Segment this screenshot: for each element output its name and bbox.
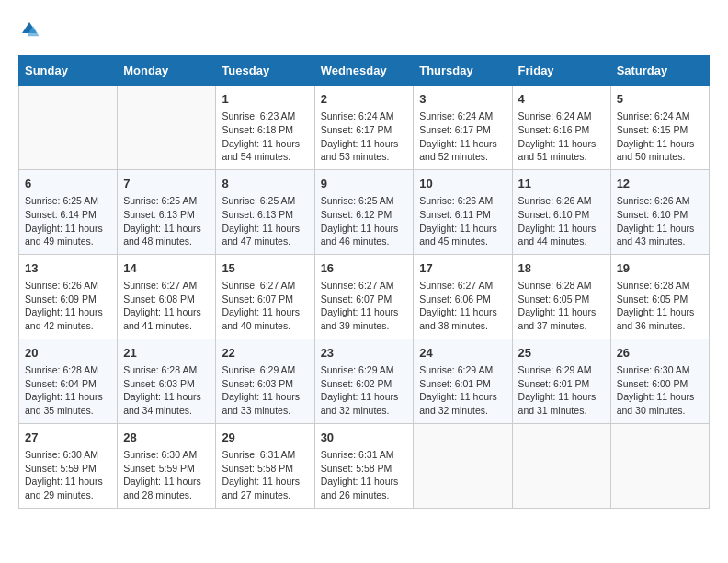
day-number: 28 xyxy=(123,430,210,446)
day-info: Sunrise: 6:26 AM Sunset: 6:11 PM Dayligh… xyxy=(419,194,506,248)
day-info: Sunrise: 6:31 AM Sunset: 5:58 PM Dayligh… xyxy=(321,448,408,502)
calendar-table: SundayMondayTuesdayWednesdayThursdayFrid… xyxy=(18,55,710,509)
calendar-cell: 1Sunrise: 6:23 AM Sunset: 6:18 PM Daylig… xyxy=(216,86,314,170)
day-number: 16 xyxy=(321,260,408,277)
calendar-cell: 4Sunrise: 6:24 AM Sunset: 6:16 PM Daylig… xyxy=(512,86,610,170)
calendar-cell: 26Sunrise: 6:30 AM Sunset: 6:00 PM Dayli… xyxy=(610,339,709,423)
calendar-cell xyxy=(414,423,512,508)
calendar-week-row: 27Sunrise: 6:30 AM Sunset: 5:59 PM Dayli… xyxy=(19,423,710,508)
day-info: Sunrise: 6:24 AM Sunset: 6:17 PM Dayligh… xyxy=(321,109,408,164)
calendar-cell: 5Sunrise: 6:24 AM Sunset: 6:15 PM Daylig… xyxy=(610,86,709,170)
day-number: 27 xyxy=(25,430,111,446)
calendar-cell: 2Sunrise: 6:24 AM Sunset: 6:17 PM Daylig… xyxy=(314,86,414,170)
calendar-cell: 7Sunrise: 6:25 AM Sunset: 6:13 PM Daylig… xyxy=(118,169,216,254)
calendar-cell: 13Sunrise: 6:26 AM Sunset: 6:09 PM Dayli… xyxy=(19,254,118,339)
day-info: Sunrise: 6:27 AM Sunset: 6:08 PM Dayligh… xyxy=(123,279,210,333)
column-header-friday: Friday xyxy=(512,56,610,86)
calendar-week-row: 13Sunrise: 6:26 AM Sunset: 6:09 PM Dayli… xyxy=(19,254,710,339)
day-number: 14 xyxy=(123,260,210,277)
day-number: 7 xyxy=(123,176,210,192)
page-header xyxy=(18,18,710,40)
day-number: 3 xyxy=(419,91,506,108)
day-number: 13 xyxy=(25,260,111,277)
day-info: Sunrise: 6:24 AM Sunset: 6:17 PM Dayligh… xyxy=(419,109,506,164)
day-info: Sunrise: 6:24 AM Sunset: 6:15 PM Dayligh… xyxy=(617,109,703,164)
calendar-cell: 11Sunrise: 6:26 AM Sunset: 6:10 PM Dayli… xyxy=(512,169,610,254)
column-header-saturday: Saturday xyxy=(610,56,709,86)
day-number: 10 xyxy=(419,176,506,192)
day-number: 1 xyxy=(222,91,308,108)
day-number: 6 xyxy=(25,176,111,192)
calendar-cell: 20Sunrise: 6:28 AM Sunset: 6:04 PM Dayli… xyxy=(19,339,118,423)
day-info: Sunrise: 6:29 AM Sunset: 6:03 PM Dayligh… xyxy=(222,363,308,418)
day-info: Sunrise: 6:24 AM Sunset: 6:16 PM Dayligh… xyxy=(518,109,605,164)
day-info: Sunrise: 6:25 AM Sunset: 6:14 PM Dayligh… xyxy=(25,194,111,248)
calendar-cell xyxy=(19,86,118,170)
column-header-sunday: Sunday xyxy=(19,56,118,86)
calendar-week-row: 1Sunrise: 6:23 AM Sunset: 6:18 PM Daylig… xyxy=(19,86,710,170)
calendar-cell xyxy=(118,86,216,170)
day-number: 12 xyxy=(617,176,703,192)
logo xyxy=(18,18,44,40)
calendar-cell: 10Sunrise: 6:26 AM Sunset: 6:11 PM Dayli… xyxy=(414,169,512,254)
day-info: Sunrise: 6:27 AM Sunset: 6:07 PM Dayligh… xyxy=(222,279,308,333)
calendar-cell: 14Sunrise: 6:27 AM Sunset: 6:08 PM Dayli… xyxy=(118,254,216,339)
day-info: Sunrise: 6:30 AM Sunset: 6:00 PM Dayligh… xyxy=(617,363,703,418)
day-info: Sunrise: 6:23 AM Sunset: 6:18 PM Dayligh… xyxy=(222,109,308,164)
day-info: Sunrise: 6:30 AM Sunset: 5:59 PM Dayligh… xyxy=(123,448,210,502)
day-info: Sunrise: 6:25 AM Sunset: 6:13 PM Dayligh… xyxy=(222,194,308,248)
calendar-cell: 25Sunrise: 6:29 AM Sunset: 6:01 PM Dayli… xyxy=(512,339,610,423)
calendar-cell xyxy=(512,423,610,508)
day-number: 15 xyxy=(222,260,308,277)
day-info: Sunrise: 6:26 AM Sunset: 6:09 PM Dayligh… xyxy=(25,279,111,333)
day-number: 17 xyxy=(419,260,506,277)
day-number: 29 xyxy=(222,430,308,446)
day-number: 19 xyxy=(617,260,703,277)
column-header-monday: Monday xyxy=(118,56,216,86)
day-info: Sunrise: 6:26 AM Sunset: 6:10 PM Dayligh… xyxy=(617,194,703,248)
calendar-cell: 18Sunrise: 6:28 AM Sunset: 6:05 PM Dayli… xyxy=(512,254,610,339)
calendar-week-row: 20Sunrise: 6:28 AM Sunset: 6:04 PM Dayli… xyxy=(19,339,710,423)
day-number: 21 xyxy=(123,345,210,362)
day-info: Sunrise: 6:28 AM Sunset: 6:03 PM Dayligh… xyxy=(123,363,210,418)
day-info: Sunrise: 6:29 AM Sunset: 6:01 PM Dayligh… xyxy=(419,363,506,418)
calendar-cell: 28Sunrise: 6:30 AM Sunset: 5:59 PM Dayli… xyxy=(118,423,216,508)
day-info: Sunrise: 6:27 AM Sunset: 6:06 PM Dayligh… xyxy=(419,279,506,333)
day-number: 4 xyxy=(518,91,605,108)
day-number: 24 xyxy=(419,345,506,362)
calendar-cell: 19Sunrise: 6:28 AM Sunset: 6:05 PM Dayli… xyxy=(610,254,709,339)
day-number: 2 xyxy=(321,91,408,108)
calendar-header-row: SundayMondayTuesdayWednesdayThursdayFrid… xyxy=(19,56,710,86)
day-info: Sunrise: 6:31 AM Sunset: 5:58 PM Dayligh… xyxy=(222,448,308,502)
calendar-cell: 8Sunrise: 6:25 AM Sunset: 6:13 PM Daylig… xyxy=(216,169,314,254)
day-number: 22 xyxy=(222,345,308,362)
day-info: Sunrise: 6:28 AM Sunset: 6:05 PM Dayligh… xyxy=(617,279,703,333)
day-number: 11 xyxy=(518,176,605,192)
calendar-week-row: 6Sunrise: 6:25 AM Sunset: 6:14 PM Daylig… xyxy=(19,169,710,254)
column-header-wednesday: Wednesday xyxy=(314,56,414,86)
day-number: 20 xyxy=(25,345,111,362)
day-info: Sunrise: 6:29 AM Sunset: 6:01 PM Dayligh… xyxy=(518,363,605,418)
day-info: Sunrise: 6:25 AM Sunset: 6:12 PM Dayligh… xyxy=(321,194,408,248)
calendar-cell: 9Sunrise: 6:25 AM Sunset: 6:12 PM Daylig… xyxy=(314,169,414,254)
calendar-cell: 3Sunrise: 6:24 AM Sunset: 6:17 PM Daylig… xyxy=(414,86,512,170)
day-number: 26 xyxy=(617,345,703,362)
day-number: 5 xyxy=(617,91,703,108)
day-number: 25 xyxy=(518,345,605,362)
day-info: Sunrise: 6:25 AM Sunset: 6:13 PM Dayligh… xyxy=(123,194,210,248)
day-number: 23 xyxy=(321,345,408,362)
calendar-cell: 24Sunrise: 6:29 AM Sunset: 6:01 PM Dayli… xyxy=(414,339,512,423)
calendar-cell: 23Sunrise: 6:29 AM Sunset: 6:02 PM Dayli… xyxy=(314,339,414,423)
column-header-tuesday: Tuesday xyxy=(216,56,314,86)
column-header-thursday: Thursday xyxy=(414,56,512,86)
calendar-cell: 30Sunrise: 6:31 AM Sunset: 5:58 PM Dayli… xyxy=(314,423,414,508)
calendar-cell: 17Sunrise: 6:27 AM Sunset: 6:06 PM Dayli… xyxy=(414,254,512,339)
day-number: 30 xyxy=(321,430,408,446)
day-info: Sunrise: 6:27 AM Sunset: 6:07 PM Dayligh… xyxy=(321,279,408,333)
calendar-cell: 15Sunrise: 6:27 AM Sunset: 6:07 PM Dayli… xyxy=(216,254,314,339)
calendar-cell: 16Sunrise: 6:27 AM Sunset: 6:07 PM Dayli… xyxy=(314,254,414,339)
calendar-cell: 27Sunrise: 6:30 AM Sunset: 5:59 PM Dayli… xyxy=(19,423,118,508)
day-info: Sunrise: 6:28 AM Sunset: 6:04 PM Dayligh… xyxy=(25,363,111,418)
day-number: 8 xyxy=(222,176,308,192)
day-info: Sunrise: 6:29 AM Sunset: 6:02 PM Dayligh… xyxy=(321,363,408,418)
